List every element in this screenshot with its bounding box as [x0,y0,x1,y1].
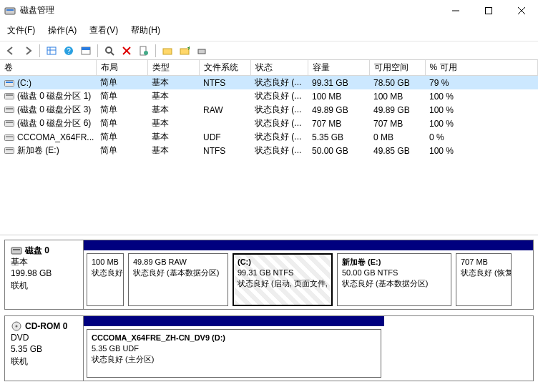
svg-point-13 [106,47,112,53]
svg-rect-3 [486,7,492,14]
view-list-button[interactable] [44,43,59,59]
cell-status: 状态良好 (... [250,103,308,117]
menu-view[interactable]: 查看(V) [88,23,119,38]
cdrom-stripe [84,316,384,326]
minimize-button[interactable] [439,0,472,21]
cell-fs: NTFS [199,144,250,157]
cell-status: 状态良好 (... [250,117,308,130]
app-icon [4,5,16,16]
new-folder-button[interactable] [160,43,175,59]
table-row[interactable]: (磁盘 0 磁盘分区 3)简单基本RAW状态良好 (...49.89 GB49.… [0,103,538,117]
cell-volume: CCCOMA_X64FR... [0,130,96,144]
separator [39,44,40,57]
col-status[interactable]: 状态 [250,60,308,76]
partition-line1: 50.00 GB NTFS [342,268,446,278]
table-row[interactable]: (C:)简单基本NTFS状态良好 (...99.31 GB78.50 GB79 … [0,76,538,90]
close-button[interactable] [505,0,538,21]
volume-icon [4,105,14,114]
partition-line2: 状态良好 (恢复 [461,268,507,278]
partition-line2: 状态良好 (主分区) [92,354,376,365]
cell-volume: (磁盘 0 磁盘分区 6) [0,117,96,130]
disk-type: 基本 [11,256,79,268]
cdrom-partition[interactable]: CCCOMA_X64FRE_ZH-CN_DV9 (D:) 5.35 GB UDF… [87,329,381,378]
back-button[interactable] [3,43,19,59]
cell-pct: 100 % [425,89,538,103]
cell-type: 基本 [147,89,199,103]
graphical-view: 磁盘 0 基本 199.98 GB 联机 100 MB状态良好 (...49.8… [0,235,538,392]
volume-table[interactable]: 卷 布局 类型 文件系统 状态 容量 可用空间 % 可用 (C:)简单基本NTF… [0,60,538,157]
disk-partition[interactable]: 新加卷 (E:)50.00 GB NTFS状态良好 (基本数据分区) [337,253,451,306]
cell-type: 基本 [147,76,199,90]
cell-status: 状态良好 (... [250,144,308,157]
help-button[interactable]: ? [61,43,77,59]
maximize-button[interactable] [472,0,505,21]
svg-point-38 [16,325,18,328]
cdrom-state: 联机 [11,356,79,367]
cdrom-icon [11,321,22,331]
svg-rect-25 [5,94,14,99]
cell-fs: RAW [199,103,250,117]
cell-fs [199,89,250,103]
cell-layout: 简单 [96,117,147,130]
cell-status: 状态良好 (... [250,76,308,90]
col-capacity[interactable]: 容量 [308,60,369,76]
cell-fs: NTFS [199,76,250,90]
disk-info[interactable]: 磁盘 0 基本 199.98 GB 联机 [5,240,84,309]
disk-partition[interactable]: (C:)99.31 GB NTFS状态良好 (启动, 页面文件, [233,253,333,306]
partition-title: CCCOMA_X64FRE_ZH-CN_DV9 (D:) [92,333,376,343]
cell-type: 基本 [147,117,199,130]
svg-rect-26 [6,94,13,96]
cdrom-name: CD-ROM 0 [25,320,67,332]
cell-free: 707 MB [369,117,425,130]
cell-volume: (磁盘 0 磁盘分区 1) [0,89,96,103]
cdrom-info[interactable]: CD-ROM 0 DVD 5.35 GB 联机 [5,316,84,381]
partition-line2: 状态良好 (启动, 页面文件, [238,278,328,289]
rescan-button[interactable] [102,43,117,59]
menu-action[interactable]: 操作(A) [47,23,78,38]
partition-line2: 状态良好 (基本数据分区) [133,268,223,278]
disk-partition[interactable]: 100 MB状态良好 (... [87,253,124,306]
svg-point-18 [144,51,148,55]
cell-free: 100 MB [369,89,425,103]
delete-button[interactable] [119,43,134,59]
cell-capacity: 707 MB [308,117,369,130]
col-layout[interactable]: 布局 [96,60,147,76]
table-header-row[interactable]: 卷 布局 类型 文件系统 状态 容量 可用空间 % 可用 [0,60,538,76]
view-graphical-button[interactable] [78,43,94,59]
attach-vhd-button[interactable] [194,43,210,59]
cell-layout: 简单 [96,89,147,103]
disk-partition[interactable]: 707 MB状态良好 (恢复 [456,253,512,306]
properties-button[interactable] [136,43,152,59]
disk-partition[interactable]: 49.89 GB RAW状态良好 (基本数据分区) [128,253,228,306]
table-row[interactable]: (磁盘 0 磁盘分区 6)简单基本状态良好 (...707 MB707 MB10… [0,117,538,130]
table-row[interactable]: (磁盘 0 磁盘分区 1)简单基本状态良好 (...100 MB100 MB10… [0,89,538,103]
svg-rect-35 [11,248,21,254]
cell-pct: 79 % [425,76,538,90]
partition-line1: 100 MB [92,257,119,268]
menu-help[interactable]: 帮助(H) [129,23,162,38]
col-pct[interactable]: % 可用 [425,60,538,76]
forward-button[interactable] [20,43,36,59]
col-free[interactable]: 可用空间 [369,60,425,76]
cell-pct: 0 % [425,130,538,144]
svg-rect-28 [6,108,13,109]
cell-pct: 100 % [425,103,538,117]
new-volume-button[interactable]: ★ [177,43,192,59]
cell-layout: 简单 [96,76,147,90]
svg-rect-24 [6,82,13,83]
cell-status: 状态良好 (... [250,89,308,103]
col-fs[interactable]: 文件系统 [199,60,250,76]
cell-layout: 简单 [96,130,147,144]
col-volume[interactable]: 卷 [0,60,96,76]
table-row[interactable]: CCCOMA_X64FR...简单基本UDF状态良好 (...5.35 GB0 … [0,130,538,144]
cell-volume: 新加卷 (E:) [0,144,96,157]
table-row[interactable]: 新加卷 (E:)简单基本NTFS状态良好 (...50.00 GB49.85 G… [0,144,538,157]
volume-icon [4,146,14,155]
svg-rect-34 [6,149,13,150]
menu-file[interactable]: 文件(F) [6,23,36,38]
volume-icon [4,119,14,127]
col-type[interactable]: 类型 [147,60,199,76]
svg-rect-27 [5,107,14,113]
cdrom-row: CD-ROM 0 DVD 5.35 GB 联机 CCCOMA_X64FRE_ZH… [4,315,534,381]
cell-free: 0 MB [369,130,425,144]
